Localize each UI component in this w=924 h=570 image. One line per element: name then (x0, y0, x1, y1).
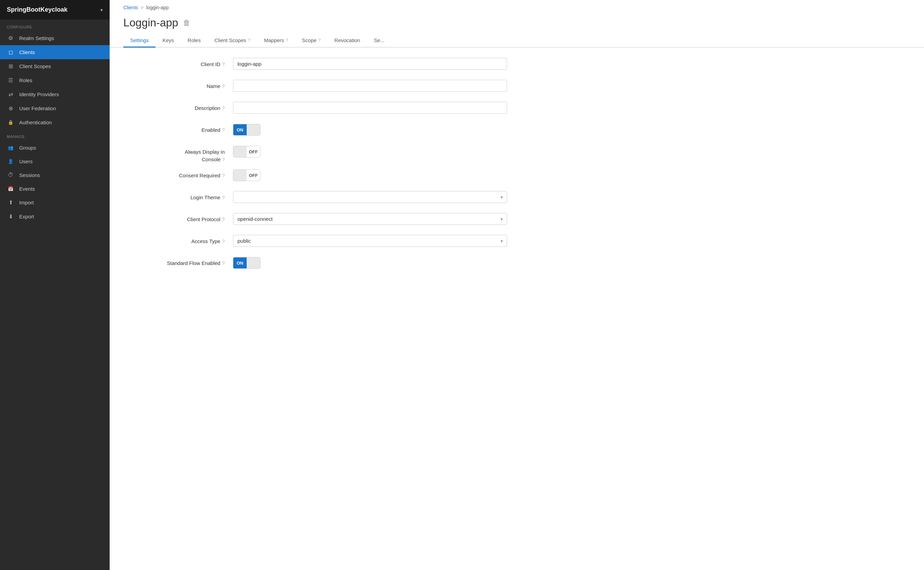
export-icon (7, 213, 14, 220)
form-label-access-type: Access Type ? (123, 235, 233, 244)
tab-sessions[interactable]: Se... (367, 34, 391, 48)
form-row-name: Name ? (123, 80, 507, 95)
sidebar-item-roles[interactable]: Roles (0, 73, 110, 87)
toggle-on-label (233, 146, 247, 157)
realm-name: SpringBootKeycloak (7, 6, 68, 13)
form-control-enabled: ON (233, 124, 507, 136)
help-icon[interactable]: ? (222, 173, 225, 178)
form-row-consent-required: Consent Required ? OFF (123, 169, 507, 184)
delete-icon[interactable]: 🗑 (183, 18, 191, 28)
label-text: Description (195, 105, 220, 111)
consent-required-toggle[interactable]: OFF (233, 169, 507, 181)
tab-revocation[interactable]: Revocation (327, 34, 367, 48)
user-federation-icon (7, 105, 14, 112)
events-icon (7, 185, 14, 192)
tab-label: Settings (130, 37, 149, 43)
form-control-client-id (233, 58, 507, 70)
form-row-client-id: Client ID ? (123, 58, 507, 73)
help-icon[interactable]: ? (222, 217, 225, 222)
groups-icon (7, 144, 14, 151)
form-label-enabled: Enabled ? (123, 124, 233, 133)
sidebar-item-identity-providers[interactable]: Identity Providers (0, 87, 110, 101)
main-content: Clients > loggin-app Loggin-app 🗑 Settin… (110, 0, 924, 570)
sidebar-item-label: Roles (19, 77, 32, 83)
client-id-input[interactable] (233, 58, 507, 70)
consent-required-toggle-switch[interactable]: OFF (233, 170, 260, 181)
sidebar-item-export[interactable]: Export (0, 210, 110, 224)
tab-help-icon: ? (286, 38, 288, 43)
enabled-toggle-switch[interactable]: ON (233, 124, 260, 136)
realm-selector[interactable]: SpringBootKeycloak ▾ (0, 0, 110, 20)
sidebar-item-groups[interactable]: Groups (0, 141, 110, 155)
always-display-in-console-toggle-switch[interactable]: OFF (233, 146, 260, 158)
tab-help-icon: ? (248, 38, 250, 43)
label-text: Always Display in (184, 149, 225, 155)
sidebar-item-events[interactable]: Events (0, 182, 110, 196)
help-icon[interactable]: ? (222, 84, 225, 89)
sidebar-item-clients[interactable]: Clients (0, 45, 110, 59)
access-type-select[interactable]: publicconfidentialbearer-only (233, 235, 507, 247)
sidebar: SpringBootKeycloak ▾ Configure Realm Set… (0, 0, 110, 570)
label-text: Consent Required (179, 173, 220, 178)
form-label-description: Description ? (123, 102, 233, 111)
standard-flow-enabled-toggle-switch[interactable]: ON (233, 257, 260, 269)
sidebar-item-user-federation[interactable]: User Federation (0, 101, 110, 115)
sidebar-item-client-scopes[interactable]: Client Scopes (0, 59, 110, 73)
form-control-client-protocol: openid-connectsaml▾ (233, 213, 507, 225)
client-protocol-select-wrap: openid-connectsaml▾ (233, 213, 507, 225)
standard-flow-enabled-toggle[interactable]: ON (233, 257, 507, 269)
breadcrumb-parent[interactable]: Clients (123, 5, 138, 10)
form-row-login-theme: Login Theme ?keycloakbase▾ (123, 191, 507, 206)
breadcrumb-separator: > (141, 5, 143, 10)
tab-label: Se... (374, 37, 384, 43)
help-icon[interactable]: ? (222, 106, 225, 111)
form-control-description (233, 102, 507, 113)
form-control-standard-flow-enabled: ON (233, 257, 507, 269)
help-icon[interactable]: ? (222, 239, 225, 244)
name-input[interactable] (233, 80, 507, 92)
tab-label: Client Scopes (214, 37, 246, 43)
sidebar-item-label: User Federation (19, 106, 56, 111)
help-icon[interactable]: ? (222, 195, 225, 200)
tab-mappers[interactable]: Mappers? (257, 34, 295, 48)
form-label-standard-flow-enabled: Standard Flow Enabled ? (123, 257, 233, 266)
tab-label: Mappers (264, 37, 284, 43)
sidebar-item-label: Authentication (19, 120, 52, 125)
sidebar-item-label: Sessions (19, 172, 40, 178)
page-title: Loggin-app (123, 17, 178, 29)
label-text: Name (207, 83, 220, 89)
toggle-on-label (233, 170, 247, 181)
tab-settings[interactable]: Settings (123, 34, 155, 48)
sidebar-item-users[interactable]: Users (0, 155, 110, 168)
realm-chevron-icon: ▾ (100, 7, 103, 13)
login-theme-select[interactable]: keycloakbase (233, 191, 507, 203)
label-text: Client Protocol (187, 216, 221, 222)
toggle-off-label: OFF (247, 146, 260, 157)
sidebar-item-import[interactable]: Import (0, 196, 110, 210)
sidebar-item-label: Groups (19, 145, 36, 151)
settings-form: Client ID ?Name ?Description ?Enabled ? … (110, 48, 521, 293)
description-input[interactable] (233, 102, 507, 113)
always-display-in-console-toggle[interactable]: OFF (233, 146, 507, 158)
sidebar-item-authentication[interactable]: Authentication (0, 115, 110, 129)
help-icon[interactable]: ? (222, 127, 225, 133)
sidebar-item-realm-settings[interactable]: Realm Settings (0, 31, 110, 45)
sidebar-item-label: Events (19, 186, 35, 192)
help-icon[interactable]: ? (222, 260, 225, 266)
form-row-always-display-in-console: Always Display in Console ? OFF (123, 146, 507, 162)
label-text2: Console ? (202, 156, 225, 162)
tab-scope[interactable]: Scope? (295, 34, 327, 48)
tab-roles[interactable]: Roles (181, 34, 208, 48)
help-icon[interactable]: ? (222, 157, 225, 162)
form-row-description: Description ? (123, 102, 507, 117)
roles-icon (7, 77, 14, 84)
sidebar-item-sessions[interactable]: Sessions (0, 168, 110, 182)
help-icon[interactable]: ? (222, 61, 225, 67)
users-icon (7, 158, 14, 164)
tab-client-scopes[interactable]: Client Scopes? (208, 34, 257, 48)
tab-label: Revocation (334, 37, 360, 43)
realm-settings-icon (7, 35, 14, 41)
client-protocol-select[interactable]: openid-connectsaml (233, 213, 507, 225)
tab-keys[interactable]: Keys (155, 34, 181, 48)
enabled-toggle[interactable]: ON (233, 124, 507, 136)
